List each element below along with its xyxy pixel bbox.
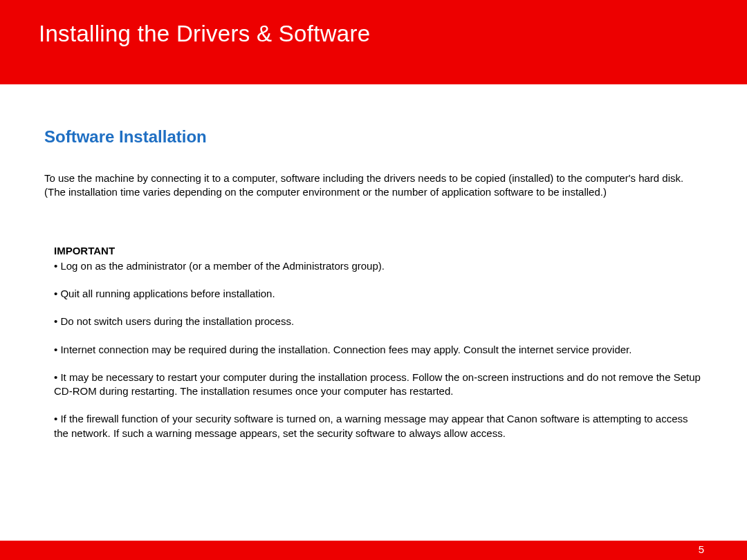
- list-item: • Do not switch users during the install…: [54, 315, 704, 328]
- page-number: 5: [699, 543, 704, 555]
- list-item: • Log on as the administrator (or a memb…: [54, 259, 704, 273]
- important-label: IMPORTANT: [54, 244, 704, 258]
- important-block: IMPORTANT • Log on as the administrator …: [44, 244, 704, 440]
- list-item: • Internet connection may be required du…: [54, 343, 704, 357]
- header-band: Installing the Drivers & Software: [0, 0, 747, 84]
- intro-paragraph: To use the machine by connecting it to a…: [44, 171, 704, 200]
- content-area: Software Installation To use the machine…: [0, 84, 747, 440]
- list-item: • It may be necessary to restart your co…: [54, 371, 704, 399]
- list-item: • Quit all running applications before i…: [54, 287, 704, 301]
- page-title: Installing the Drivers & Software: [39, 21, 747, 47]
- section-heading: Software Installation: [44, 127, 704, 147]
- list-item: • If the firewall function of your secur…: [54, 412, 704, 440]
- footer-band: 5: [0, 541, 747, 560]
